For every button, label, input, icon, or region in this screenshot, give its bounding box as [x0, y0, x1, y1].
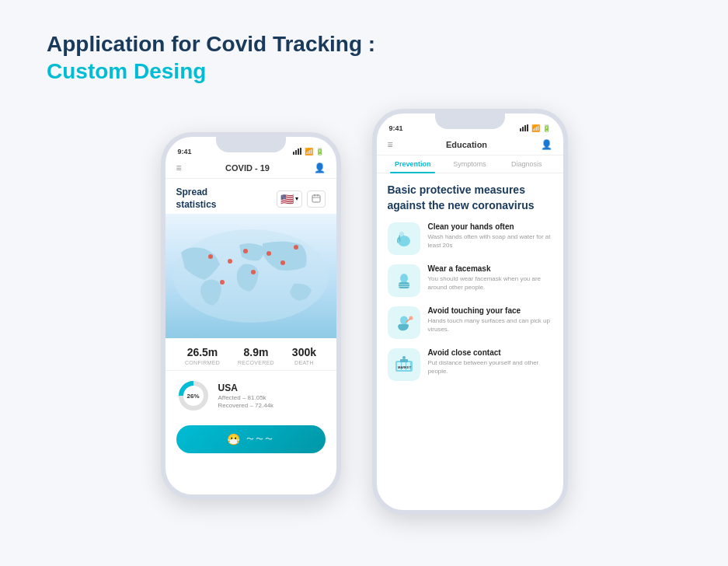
calendar-button[interactable]	[307, 190, 326, 208]
flag-emoji: 🇺🇸	[280, 193, 294, 205]
mask-icon: 😷	[227, 433, 240, 445]
face-text: Avoid touching your face Hands touch man…	[428, 306, 552, 334]
mask-desc: You should wear facemask when you are ar…	[428, 274, 552, 292]
stat-confirmed-label: CONFIRMED	[185, 360, 220, 365]
mask-text: Wear a facemask You should wear facemask…	[428, 264, 552, 292]
donut-chart: 26%	[176, 379, 211, 413]
mask-title: Wear a facemask	[428, 264, 552, 273]
spread-section: Spreadstatistics 🇺🇸 ▾	[165, 179, 336, 214]
phone1-notch	[216, 137, 286, 152]
page-wrapper: Application for Covid Tracking : Custom …	[0, 0, 728, 566]
svg-rect-2	[298, 148, 299, 155]
map-dot	[208, 254, 213, 259]
battery-icon2: 🔋	[542, 124, 551, 132]
stat-death-num: 300k	[292, 346, 316, 358]
stat-recovered: 8.9m RECOVERED	[238, 346, 274, 365]
hands-desc: Wash hands often with soap and water for…	[428, 232, 552, 250]
edu-tabs: Prevention Symptoms Diagnosis	[377, 155, 563, 173]
hands-title: Clean your hands often	[428, 222, 552, 231]
country-info: USA Affected – 81.05k Recovered – 72.44k	[218, 383, 326, 409]
stat-death: 300k DEATH	[292, 346, 316, 365]
svg-rect-18	[399, 282, 409, 288]
edu-main-title: Basic protective measures against the ne…	[388, 183, 552, 213]
user-icon2[interactable]: 👤	[541, 139, 552, 150]
wifi-icon2: 📶	[531, 124, 540, 132]
svg-rect-4	[312, 195, 320, 202]
flag-button[interactable]: 🇺🇸 ▾	[277, 190, 302, 208]
signal-icon2	[520, 124, 529, 133]
phone2-time: 9:41	[389, 124, 403, 132]
svg-text:MARKET: MARKET	[398, 365, 412, 369]
svg-rect-3	[300, 148, 301, 155]
map-dot	[251, 270, 256, 274]
map-dot	[228, 259, 232, 264]
face-icon-wrap	[388, 306, 420, 339]
tab-diagnosis[interactable]: Diagnosis	[498, 155, 555, 173]
stat-confirmed-num: 26.5m	[185, 346, 220, 358]
phone1-inner: 9:41 📶 🔋 ≡ COVID - 19 👤	[165, 137, 336, 494]
svg-rect-0	[293, 152, 294, 155]
edu-item-hands: Clean your hands often Wash hands often …	[388, 222, 552, 255]
face-title: Avoid touching your face	[428, 306, 552, 315]
battery-icon: 🔋	[315, 148, 324, 155]
map-area	[165, 214, 336, 338]
edu-nav-title: Education	[393, 140, 541, 149]
phones-row: 9:41 📶 🔋 ≡ COVID - 19 👤	[47, 109, 681, 543]
edu-item-distance: MARKET Avoid close contact Put distance …	[388, 348, 552, 381]
phone2-nav: ≡ Education 👤	[377, 136, 563, 155]
edu-item-face: Avoid touching your face Hands touch man…	[388, 306, 552, 339]
hands-icon-wrap	[388, 222, 420, 255]
svg-rect-13	[524, 125, 526, 131]
svg-rect-11	[520, 128, 521, 131]
map-dot	[266, 251, 271, 256]
bottom-button[interactable]: 😷 〜〜〜	[176, 425, 326, 453]
svg-point-21	[400, 316, 408, 325]
map-dot	[243, 249, 248, 253]
svg-point-29	[402, 356, 406, 359]
spread-label: Spreadstatistics	[176, 187, 217, 211]
menu-icon[interactable]: ≡	[176, 162, 182, 173]
country-name: USA	[218, 383, 326, 393]
title-line1: Application for Covid Tracking :	[47, 31, 681, 58]
wifi-icon: 📶	[305, 148, 313, 155]
stat-confirmed: 26.5m CONFIRMED	[185, 346, 220, 365]
phone2-frame: 9:41 📶 🔋 ≡ Education 👤	[372, 109, 568, 515]
menu-icon2[interactable]: ≡	[388, 139, 393, 150]
mask-icon-wrap	[388, 264, 420, 297]
map-dot	[280, 260, 285, 265]
map-dot	[294, 245, 298, 250]
country-card: 26% USA Affected – 81.05k Recovered – 72…	[165, 371, 336, 421]
header-text: Application for Covid Tracking : Custom …	[47, 31, 681, 86]
title-line2: Custom Desing	[47, 58, 681, 86]
chevron-down-icon: ▾	[295, 195, 298, 202]
spread-controls: 🇺🇸 ▾	[277, 190, 326, 208]
donut-label: 26%	[186, 393, 199, 400]
stat-recovered-label: RECOVERED	[238, 360, 274, 365]
distance-title: Avoid close contact	[428, 348, 552, 357]
svg-rect-14	[527, 124, 528, 131]
svg-point-23	[409, 316, 413, 320]
phone2-notch	[435, 114, 505, 129]
signal-icon	[293, 148, 302, 156]
svg-point-17	[400, 274, 408, 283]
hands-text: Clean your hands often Wash hands often …	[428, 222, 552, 250]
stat-recovered-num: 8.9m	[238, 346, 274, 358]
face-desc: Hands touch many surfaces and can pick u…	[428, 316, 552, 334]
stat-death-label: DEATH	[292, 360, 316, 365]
phone1-status-right: 📶 🔋	[293, 148, 324, 156]
phone1-time: 9:41	[178, 148, 192, 155]
svg-rect-1	[295, 150, 297, 155]
tab-symptoms[interactable]: Symptoms	[441, 155, 498, 173]
svg-rect-12	[522, 127, 524, 131]
phone1-nav: ≡ COVID - 19 👤	[165, 159, 336, 179]
distance-icon-wrap: MARKET	[388, 348, 420, 381]
map-dot	[220, 280, 225, 285]
country-affected: Affected – 81.05k	[218, 394, 326, 401]
stats-row: 26.5m CONFIRMED 8.9m RECOVERED 300k DEAT…	[165, 338, 336, 371]
tab-prevention[interactable]: Prevention	[385, 155, 441, 173]
user-icon[interactable]: 👤	[314, 162, 326, 173]
distance-desc: Put distance between yourself and other …	[428, 358, 552, 376]
phone2-status-right: 📶 🔋	[520, 124, 551, 133]
svg-rect-28	[400, 359, 408, 362]
country-recovered: Recovered – 72.44k	[218, 402, 326, 409]
